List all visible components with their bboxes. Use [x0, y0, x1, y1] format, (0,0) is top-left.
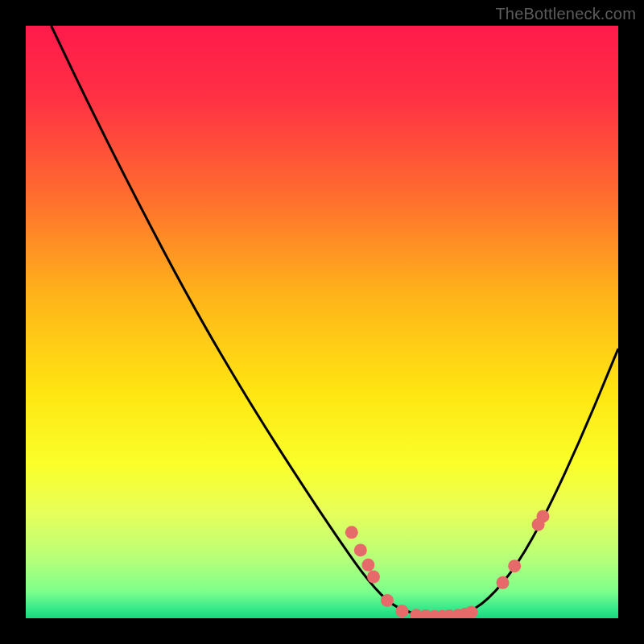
data-marker: [508, 559, 521, 572]
watermark-text: TheBottleneck.com: [495, 5, 636, 23]
data-marker: [381, 594, 394, 607]
data-marker: [354, 543, 367, 556]
data-marker: [367, 571, 380, 584]
data-marker: [497, 576, 510, 589]
chart-stage: TheBottleneck.com: [0, 0, 644, 644]
data-marker: [465, 606, 478, 619]
data-marker: [345, 526, 358, 539]
data-marker: [361, 559, 374, 572]
data-marker: [537, 510, 550, 522]
bottleneck-chart: [0, 0, 644, 644]
gradient-background: [26, 26, 618, 618]
data-marker: [395, 605, 408, 617]
